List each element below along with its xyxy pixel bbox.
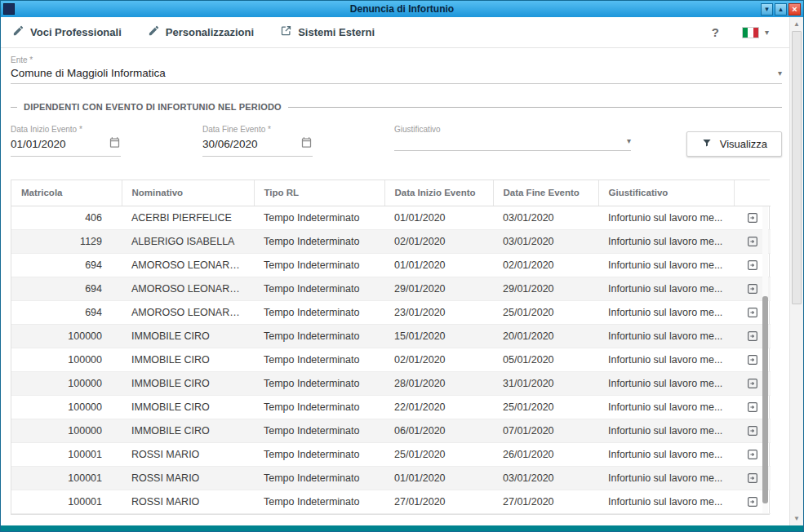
open-record-icon[interactable]: [746, 495, 759, 508]
table-row[interactable]: 1129 ALBERIGO ISABELLA Tempo Indetermina…: [11, 229, 771, 253]
open-record-icon[interactable]: [746, 448, 759, 461]
table-row[interactable]: 406 ACERBI PIERFELICE Tempo Indeterminat…: [11, 206, 771, 229]
cell-data-fine: 26/01/2020: [493, 442, 598, 466]
cell-nominativo: AMOROSO LEONARDO: [122, 300, 254, 324]
table-row[interactable]: 694 AMOROSO LEONARDO Tempo Indeterminato…: [11, 253, 771, 277]
col-header-actions: [734, 180, 771, 206]
cell-giustificativo: Infortunio sul lavoro me...: [598, 371, 734, 395]
table-row[interactable]: 694 AMOROSO LEONARDO Tempo Indeterminato…: [11, 300, 771, 324]
cell-nominativo: ROSSI MARIO: [122, 490, 254, 513]
visualizza-button[interactable]: Visualizza: [686, 131, 782, 157]
calendar-icon[interactable]: [109, 136, 121, 152]
cell-matricola: 100000: [11, 348, 122, 371]
cell-data-fine: 25/01/2020: [493, 395, 598, 419]
open-record-icon[interactable]: [746, 424, 759, 437]
table-row[interactable]: 100001 ROSSI MARIO Tempo Indeterminato 2…: [11, 442, 771, 466]
language-selector[interactable]: ▾: [742, 27, 769, 38]
minimize-button[interactable]: ▾: [761, 3, 773, 16]
table-row[interactable]: 100000 IMMOBILE CIRO Tempo Indeterminato…: [11, 371, 771, 395]
window-scrollbar[interactable]: ▲ ▼: [789, 17, 803, 525]
maximize-button[interactable]: ▴: [775, 3, 787, 16]
open-record-icon[interactable]: [746, 353, 759, 366]
cell-tipo-rl: Tempo Indeterminato: [254, 300, 384, 324]
table-row[interactable]: 100000 IMMOBILE CIRO Tempo Indeterminato…: [11, 324, 771, 348]
open-record-icon[interactable]: [746, 259, 759, 272]
data-fine-label: Data Fine Evento *: [202, 125, 313, 134]
cell-nominativo: AMOROSO LEONARDO: [122, 253, 254, 277]
col-header-tipo-rl[interactable]: Tipo RL: [254, 180, 384, 206]
cell-nominativo: ALBERIGO ISABELLA: [122, 229, 254, 253]
data-inizio-value[interactable]: 01/01/2020: [11, 138, 66, 150]
chevron-down-icon: ▾: [765, 29, 769, 37]
cell-data-inizio: 06/01/2020: [384, 419, 493, 442]
open-record-icon[interactable]: [746, 401, 759, 414]
table-row[interactable]: 100000 IMMOBILE CIRO Tempo Indeterminato…: [11, 419, 771, 442]
cell-nominativo: IMMOBILE CIRO: [122, 324, 254, 348]
cell-data-inizio: 28/01/2020: [384, 371, 493, 395]
statusbar: [1, 525, 803, 531]
toolbar-button-voci-professionali[interactable]: Voci Professionali: [12, 24, 122, 40]
cell-data-inizio: 25/01/2020: [384, 442, 493, 466]
cell-nominativo: IMMOBILE CIRO: [122, 371, 254, 395]
chevron-down-icon[interactable]: ▾: [627, 137, 631, 145]
open-record-icon[interactable]: [746, 377, 759, 390]
col-header-nominativo[interactable]: Nominativo: [122, 180, 254, 206]
open-record-icon[interactable]: [746, 282, 759, 295]
cell-giustificativo: Infortunio sul lavoro me...: [598, 442, 734, 466]
open-record-icon[interactable]: [746, 330, 759, 343]
close-button[interactable]: ×: [788, 3, 801, 16]
table-row[interactable]: 100001 ROSSI MARIO Tempo Indeterminato 0…: [11, 466, 771, 490]
app-window: Denuncia di Infortunio ▾ ▴ × Voci Profes…: [0, 0, 804, 532]
cell-matricola: 100000: [11, 419, 122, 442]
cell-data-fine: 27/01/2020: [493, 490, 598, 513]
data-inizio-evento-field[interactable]: Data Inizio Evento * 01/01/2020: [11, 125, 121, 157]
window-scrollbar-thumb[interactable]: [792, 31, 802, 304]
cell-data-inizio: 27/01/2020: [384, 490, 493, 513]
open-record-icon[interactable]: [746, 235, 759, 248]
help-button[interactable]: ?: [708, 25, 722, 39]
cell-nominativo: ACERBI PIERFELICE: [122, 206, 254, 229]
chevron-down-icon[interactable]: ▾: [778, 69, 782, 78]
calendar-icon[interactable]: [300, 136, 313, 152]
ente-select[interactable]: Ente * Comune di Maggioli Informatica ▾: [11, 55, 782, 84]
cell-matricola: 100000: [11, 324, 122, 348]
external-systems-icon: [280, 24, 292, 40]
col-header-data-inizio[interactable]: Data Inizio Evento: [384, 180, 493, 206]
cell-data-fine: 31/01/2020: [493, 371, 598, 395]
cell-nominativo: ROSSI MARIO: [122, 442, 254, 466]
col-header-giustificativo[interactable]: Giustificativo: [598, 180, 734, 206]
cell-giustificativo: Infortunio sul lavoro me...: [598, 395, 734, 419]
giustificativo-select[interactable]: Giustificativo ▾: [394, 125, 631, 151]
cell-matricola: 100001: [11, 490, 122, 513]
cell-data-inizio: 01/01/2020: [384, 466, 493, 490]
data-fine-value[interactable]: 30/06/2020: [202, 138, 258, 150]
scroll-down-icon[interactable]: ▼: [790, 512, 803, 525]
cell-tipo-rl: Tempo Indeterminato: [254, 419, 384, 442]
scroll-up-icon[interactable]: ▲: [790, 18, 803, 30]
col-header-matricola[interactable]: Matricola: [11, 180, 122, 206]
cell-giustificativo: Infortunio sul lavoro me...: [598, 253, 734, 277]
table-row[interactable]: 100000 IMMOBILE CIRO Tempo Indeterminato…: [11, 395, 771, 419]
open-record-icon[interactable]: [746, 306, 759, 319]
filters-row: Data Inizio Evento * 01/01/2020 Data Fin…: [11, 125, 782, 157]
table-row[interactable]: 100000 IMMOBILE CIRO Tempo Indeterminato…: [11, 348, 771, 371]
cell-data-fine: 29/01/2020: [493, 277, 598, 300]
table-scrollbar-thumb[interactable]: [762, 296, 768, 503]
cell-tipo-rl: Tempo Indeterminato: [254, 253, 384, 277]
open-record-icon[interactable]: [746, 211, 759, 224]
toolbar-button-personalizzazioni[interactable]: Personalizzazioni: [148, 24, 254, 40]
cell-matricola: 694: [11, 277, 122, 300]
col-header-data-fine[interactable]: Data Fine Evento: [493, 180, 598, 206]
table-row[interactable]: 694 AMOROSO LEONARDO Tempo Indeterminato…: [11, 277, 771, 300]
cell-giustificativo: Infortunio sul lavoro me...: [598, 466, 734, 490]
open-record-icon[interactable]: [746, 472, 759, 485]
table-row[interactable]: 100001 ROSSI MARIO Tempo Indeterminato 2…: [11, 490, 771, 513]
titlebar[interactable]: Denuncia di Infortunio ▾ ▴ ×: [1, 1, 803, 17]
toolbar-button-sistemi-esterni[interactable]: Sistemi Esterni: [280, 24, 375, 40]
table-body: 406 ACERBI PIERFELICE Tempo Indeterminat…: [11, 206, 771, 513]
data-fine-evento-field[interactable]: Data Fine Evento * 30/06/2020: [202, 125, 313, 157]
app-icon: [3, 3, 15, 15]
cell-data-inizio: 23/01/2020: [384, 300, 493, 324]
cell-matricola: 694: [11, 300, 122, 324]
cell-giustificativo: Infortunio sul lavoro me...: [598, 229, 734, 253]
